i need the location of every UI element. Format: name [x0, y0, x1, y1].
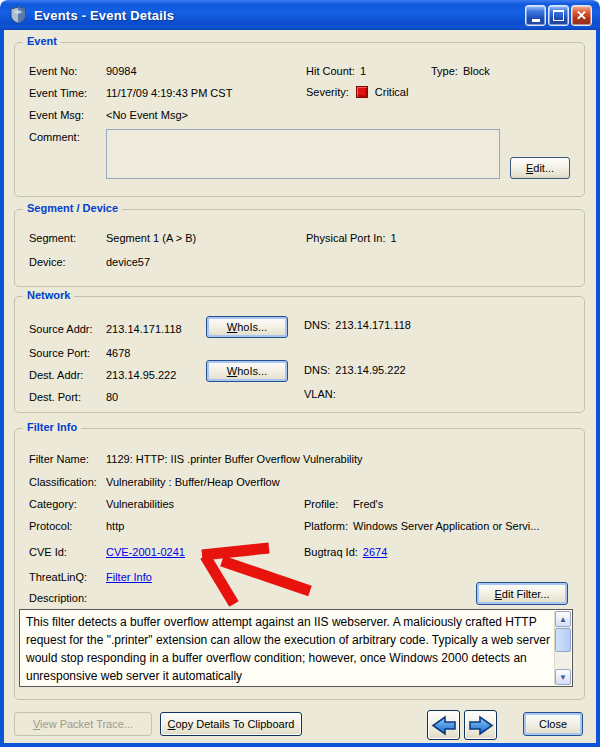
copy-details-button-label: Copy Details To Clipboard [168, 718, 295, 730]
event-msg-label: Event Msg: [29, 109, 84, 121]
description-scrollbar[interactable]: ▲ ▼ [554, 611, 571, 685]
classification-label: Classification: [29, 476, 97, 488]
maximize-icon [553, 10, 564, 21]
category-value: Vulnerabilities [106, 498, 174, 510]
bugtraq-id-label: Bugtraq Id: [304, 546, 358, 558]
scroll-down-button[interactable]: ▼ [555, 669, 571, 685]
description-text: This filter detects a buffer overflow at… [20, 610, 554, 686]
copy-details-button[interactable]: Copy Details To Clipboard [160, 712, 302, 736]
segment-label: Segment: [29, 232, 76, 244]
source-whois-button[interactable]: WhoIs... [206, 316, 288, 338]
type-field: Type: Block [431, 65, 490, 77]
edit-filter-button[interactable]: Edit Filter... [476, 582, 568, 605]
description-box[interactable]: This filter detects a buffer overflow at… [19, 609, 573, 687]
scroll-up-icon: ▲ [559, 615, 567, 624]
device-label: Device: [29, 256, 66, 268]
comment-label: Comment: [29, 131, 80, 143]
physical-port-field: Physical Port In: 1 [306, 232, 397, 244]
device-value: device57 [106, 256, 150, 268]
hit-count-value: 1 [360, 65, 366, 77]
severity-label: Severity: [306, 86, 349, 98]
platform-value: Windows Server Application or Servi... [353, 520, 539, 532]
previous-event-button[interactable] [427, 710, 460, 740]
segment-device-section-title: Segment / Device [23, 202, 122, 214]
profile-label: Profile: [304, 498, 338, 510]
source-whois-button-label: WhoIs... [227, 321, 267, 333]
platform-label: Platform: [304, 520, 348, 532]
titlebar[interactable]: Events - Event Details ✕ [0, 0, 600, 30]
event-no-value: 90984 [106, 65, 137, 77]
physical-port-value: 1 [390, 232, 396, 244]
segment-value: Segment 1 (A > B) [106, 232, 196, 244]
event-details-window: Events - Event Details ✕ Event Event No:… [0, 0, 600, 747]
type-value: Block [463, 65, 490, 77]
source-dns-value: 213.14.171.118 [335, 319, 411, 331]
threatlinq-label: ThreatLinQ: [29, 571, 87, 583]
severity-field: Severity: Critical [306, 86, 408, 98]
classification-value: Vulnerability : Buffer/Heap Overflow [106, 476, 280, 488]
dest-port-label: Dest. Port: [29, 391, 81, 403]
close-icon: ✕ [576, 9, 587, 22]
severity-critical-icon [356, 86, 368, 98]
dest-port-value: 80 [106, 391, 118, 403]
dest-whois-button[interactable]: WhoIs... [206, 360, 288, 382]
comment-box [106, 129, 500, 179]
type-label: Type: [431, 65, 458, 77]
scrollbar-thumb[interactable] [555, 628, 571, 652]
event-msg-value: <No Event Msg> [106, 109, 188, 121]
app-icon [9, 5, 29, 25]
maximize-button[interactable] [548, 5, 569, 26]
vlan-field: VLAN: [304, 388, 341, 400]
protocol-label: Protocol: [29, 520, 72, 532]
dest-addr-label: Dest. Addr: [29, 369, 83, 381]
arrow-right-icon [468, 714, 494, 736]
close-button-label: Close [539, 718, 567, 730]
source-port-label: Source Port: [29, 347, 90, 359]
scroll-down-icon: ▼ [559, 673, 567, 682]
network-section-title: Network [23, 289, 74, 301]
edit-comment-button-label: Edit... [526, 162, 554, 174]
physical-port-label: Physical Port In: [306, 232, 385, 244]
source-addr-value: 213.14.171.118 [106, 323, 182, 335]
event-section: Event Event No: 90984 Hit Count: 1 Type:… [14, 42, 585, 197]
window-title: Events - Event Details [34, 8, 525, 23]
event-section-title: Event [23, 35, 61, 47]
arrow-left-icon [431, 714, 457, 736]
source-dns-label: DNS: [304, 319, 330, 331]
severity-value: Critical [375, 86, 409, 98]
edit-filter-button-label: Edit Filter... [494, 588, 549, 600]
bugtraq-id-link[interactable]: 2674 [363, 546, 387, 558]
dest-addr-value: 213.14.95.222 [106, 369, 176, 381]
cve-id-link[interactable]: CVE-2001-0241 [106, 546, 185, 558]
profile-value: Fred's [353, 498, 383, 510]
protocol-value: http [106, 520, 124, 532]
network-section: Network Source Addr: 213.14.171.118 WhoI… [14, 296, 585, 413]
view-packet-trace-button: View Packet Trace... [14, 712, 152, 736]
scroll-up-button[interactable]: ▲ [555, 611, 571, 627]
source-port-value: 4678 [106, 347, 130, 359]
category-label: Category: [29, 498, 77, 510]
minimize-button[interactable] [525, 5, 546, 26]
event-time-label: Event Time: [29, 87, 87, 99]
filter-name-label: Filter Name: [29, 453, 89, 465]
vlan-label: VLAN: [304, 388, 336, 400]
source-dns-field: DNS: 213.14.171.118 [304, 319, 411, 331]
close-window-button[interactable]: ✕ [571, 5, 592, 26]
bugtraq-field: Bugtraq Id: 2674 [304, 546, 387, 558]
window-controls: ✕ [525, 5, 592, 26]
close-button[interactable]: Close [523, 712, 583, 736]
source-addr-label: Source Addr: [29, 323, 93, 335]
filter-info-section-title: Filter Info [23, 421, 81, 433]
threatlinq-filter-info-link[interactable]: Filter Info [106, 571, 152, 583]
cve-id-label: CVE Id: [29, 546, 67, 558]
dest-whois-button-label: WhoIs... [227, 365, 267, 377]
hit-count-label: Hit Count: [306, 65, 355, 77]
segment-device-section: Segment / Device Segment: Segment 1 (A >… [14, 209, 585, 287]
next-event-button[interactable] [464, 710, 497, 740]
event-no-label: Event No: [29, 65, 77, 77]
dest-dns-field: DNS: 213.14.95.222 [304, 364, 406, 376]
view-packet-trace-button-label: View Packet Trace... [33, 718, 133, 730]
filter-info-section: Filter Info Filter Name: 1129: HTTP: IIS… [14, 428, 585, 700]
edit-comment-button[interactable]: Edit... [510, 157, 570, 179]
hit-count-field: Hit Count: 1 [306, 65, 366, 77]
